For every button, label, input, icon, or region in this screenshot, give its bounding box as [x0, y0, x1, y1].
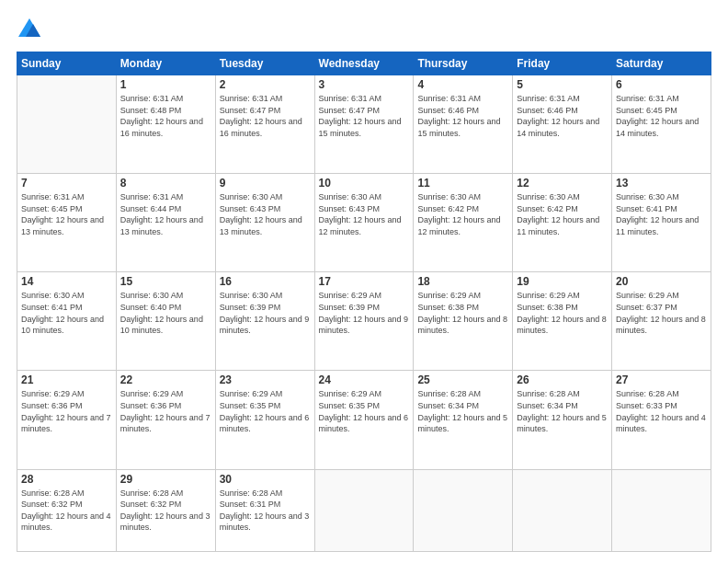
- day-number: 29: [120, 473, 211, 486]
- logo: [17, 17, 46, 42]
- day-number: 25: [417, 373, 508, 386]
- calendar-day-cell: [17, 75, 117, 174]
- day-number: 17: [319, 275, 410, 288]
- day-number: 3: [319, 78, 410, 91]
- day-info: Sunrise: 6:31 AMSunset: 6:47 PMDaylight:…: [220, 93, 311, 139]
- day-number: 22: [120, 373, 211, 386]
- day-info: Sunrise: 6:31 AMSunset: 6:45 PMDaylight:…: [616, 93, 707, 139]
- day-number: 23: [220, 373, 311, 386]
- logo-icon: [17, 17, 42, 42]
- day-info: Sunrise: 6:31 AMSunset: 6:45 PMDaylight:…: [21, 191, 112, 237]
- calendar-day-cell: 6 Sunrise: 6:31 AMSunset: 6:45 PMDayligh…: [612, 75, 711, 174]
- calendar-day-cell: 23 Sunrise: 6:29 AMSunset: 6:35 PMDaylig…: [215, 371, 314, 469]
- calendar-day-cell: 5 Sunrise: 6:31 AMSunset: 6:46 PMDayligh…: [513, 75, 612, 174]
- calendar-day-cell: [414, 469, 513, 551]
- day-number: 6: [616, 78, 707, 91]
- day-info: Sunrise: 6:29 AMSunset: 6:36 PMDaylight:…: [120, 388, 211, 434]
- calendar-day-cell: 18 Sunrise: 6:29 AMSunset: 6:38 PMDaylig…: [414, 272, 513, 371]
- day-info: Sunrise: 6:31 AMSunset: 6:46 PMDaylight:…: [417, 93, 508, 139]
- day-number: 21: [21, 373, 112, 386]
- day-number: 24: [319, 373, 410, 386]
- day-number: 7: [21, 177, 112, 190]
- calendar-day-cell: 25 Sunrise: 6:28 AMSunset: 6:34 PMDaylig…: [414, 371, 513, 469]
- day-info: Sunrise: 6:30 AMSunset: 6:41 PMDaylight:…: [616, 191, 707, 237]
- calendar-day-header: Monday: [116, 52, 215, 75]
- calendar-day-cell: 9 Sunrise: 6:30 AMSunset: 6:43 PMDayligh…: [215, 174, 314, 272]
- calendar-day-header: Sunday: [17, 52, 117, 75]
- day-info: Sunrise: 6:28 AMSunset: 6:32 PMDaylight:…: [21, 488, 112, 534]
- day-info: Sunrise: 6:31 AMSunset: 6:46 PMDaylight:…: [517, 93, 608, 139]
- calendar-day-cell: 1 Sunrise: 6:31 AMSunset: 6:48 PMDayligh…: [116, 75, 215, 174]
- day-number: 10: [319, 177, 410, 190]
- calendar-day-cell: 30 Sunrise: 6:28 AMSunset: 6:31 PMDaylig…: [215, 469, 314, 551]
- day-number: 11: [417, 177, 508, 190]
- calendar-day-cell: 20 Sunrise: 6:29 AMSunset: 6:37 PMDaylig…: [612, 272, 711, 371]
- calendar-day-cell: 2 Sunrise: 6:31 AMSunset: 6:47 PMDayligh…: [215, 75, 314, 174]
- calendar-day-cell: 16 Sunrise: 6:30 AMSunset: 6:39 PMDaylig…: [215, 272, 314, 371]
- day-info: Sunrise: 6:30 AMSunset: 6:41 PMDaylight:…: [21, 290, 112, 336]
- day-info: Sunrise: 6:29 AMSunset: 6:37 PMDaylight:…: [616, 290, 707, 336]
- calendar-week-row: 28 Sunrise: 6:28 AMSunset: 6:32 PMDaylig…: [17, 469, 711, 551]
- calendar-week-row: 14 Sunrise: 6:30 AMSunset: 6:41 PMDaylig…: [17, 272, 711, 371]
- calendar-day-cell: 13 Sunrise: 6:30 AMSunset: 6:41 PMDaylig…: [612, 174, 711, 272]
- day-info: Sunrise: 6:30 AMSunset: 6:42 PMDaylight:…: [417, 191, 508, 237]
- day-info: Sunrise: 6:29 AMSunset: 6:35 PMDaylight:…: [220, 388, 311, 434]
- calendar-day-cell: 11 Sunrise: 6:30 AMSunset: 6:42 PMDaylig…: [414, 174, 513, 272]
- calendar-day-cell: 12 Sunrise: 6:30 AMSunset: 6:42 PMDaylig…: [513, 174, 612, 272]
- day-number: 5: [517, 78, 608, 91]
- day-number: 2: [220, 78, 311, 91]
- day-number: 20: [616, 275, 707, 288]
- day-number: 8: [120, 177, 211, 190]
- calendar-day-cell: 4 Sunrise: 6:31 AMSunset: 6:46 PMDayligh…: [414, 75, 513, 174]
- day-number: 16: [220, 275, 311, 288]
- calendar-day-cell: 21 Sunrise: 6:29 AMSunset: 6:36 PMDaylig…: [17, 371, 117, 469]
- calendar-day-cell: 24 Sunrise: 6:29 AMSunset: 6:35 PMDaylig…: [314, 371, 414, 469]
- day-info: Sunrise: 6:29 AMSunset: 6:35 PMDaylight:…: [319, 388, 410, 434]
- day-number: 4: [417, 78, 508, 91]
- day-number: 18: [417, 275, 508, 288]
- calendar-day-cell: 8 Sunrise: 6:31 AMSunset: 6:44 PMDayligh…: [116, 174, 215, 272]
- day-info: Sunrise: 6:30 AMSunset: 6:43 PMDaylight:…: [319, 191, 410, 237]
- calendar-day-cell: 17 Sunrise: 6:29 AMSunset: 6:39 PMDaylig…: [314, 272, 414, 371]
- day-info: Sunrise: 6:29 AMSunset: 6:38 PMDaylight:…: [417, 290, 508, 336]
- calendar-day-cell: [314, 469, 414, 551]
- day-info: Sunrise: 6:30 AMSunset: 6:43 PMDaylight:…: [220, 191, 311, 237]
- day-info: Sunrise: 6:31 AMSunset: 6:48 PMDaylight:…: [120, 93, 211, 139]
- calendar-day-cell: 22 Sunrise: 6:29 AMSunset: 6:36 PMDaylig…: [116, 371, 215, 469]
- day-info: Sunrise: 6:28 AMSunset: 6:34 PMDaylight:…: [417, 388, 508, 434]
- day-number: 30: [220, 473, 311, 486]
- calendar-day-header: Tuesday: [215, 52, 314, 75]
- calendar-day-cell: 19 Sunrise: 6:29 AMSunset: 6:38 PMDaylig…: [513, 272, 612, 371]
- day-info: Sunrise: 6:29 AMSunset: 6:36 PMDaylight:…: [21, 388, 112, 434]
- day-number: 12: [517, 177, 608, 190]
- day-number: 1: [120, 78, 211, 91]
- calendar-day-header: Wednesday: [314, 52, 414, 75]
- calendar-day-cell: 28 Sunrise: 6:28 AMSunset: 6:32 PMDaylig…: [17, 469, 117, 551]
- calendar-day-cell: 3 Sunrise: 6:31 AMSunset: 6:47 PMDayligh…: [314, 75, 414, 174]
- calendar-week-row: 21 Sunrise: 6:29 AMSunset: 6:36 PMDaylig…: [17, 371, 711, 469]
- day-number: 9: [220, 177, 311, 190]
- day-info: Sunrise: 6:30 AMSunset: 6:40 PMDaylight:…: [120, 290, 211, 336]
- calendar-day-header: Saturday: [612, 52, 711, 75]
- day-info: Sunrise: 6:28 AMSunset: 6:34 PMDaylight:…: [517, 388, 608, 434]
- page: SundayMondayTuesdayWednesdayThursdayFrid…: [0, 0, 728, 563]
- day-number: 19: [517, 275, 608, 288]
- day-number: 15: [120, 275, 211, 288]
- calendar-day-cell: 14 Sunrise: 6:30 AMSunset: 6:41 PMDaylig…: [17, 272, 117, 371]
- day-info: Sunrise: 6:29 AMSunset: 6:38 PMDaylight:…: [517, 290, 608, 336]
- day-number: 27: [616, 373, 707, 386]
- calendar-day-header: Thursday: [414, 52, 513, 75]
- calendar-week-row: 1 Sunrise: 6:31 AMSunset: 6:48 PMDayligh…: [17, 75, 711, 174]
- day-info: Sunrise: 6:28 AMSunset: 6:31 PMDaylight:…: [220, 488, 311, 534]
- calendar-day-cell: 15 Sunrise: 6:30 AMSunset: 6:40 PMDaylig…: [116, 272, 215, 371]
- calendar-header-row: SundayMondayTuesdayWednesdayThursdayFrid…: [17, 52, 711, 75]
- day-number: 14: [21, 275, 112, 288]
- day-info: Sunrise: 6:29 AMSunset: 6:39 PMDaylight:…: [319, 290, 410, 336]
- day-number: 28: [21, 473, 112, 486]
- day-info: Sunrise: 6:30 AMSunset: 6:42 PMDaylight:…: [517, 191, 608, 237]
- day-number: 26: [517, 373, 608, 386]
- calendar-day-header: Friday: [513, 52, 612, 75]
- calendar-day-cell: 29 Sunrise: 6:28 AMSunset: 6:32 PMDaylig…: [116, 469, 215, 551]
- calendar-day-cell: [612, 469, 711, 551]
- calendar-day-cell: 27 Sunrise: 6:28 AMSunset: 6:33 PMDaylig…: [612, 371, 711, 469]
